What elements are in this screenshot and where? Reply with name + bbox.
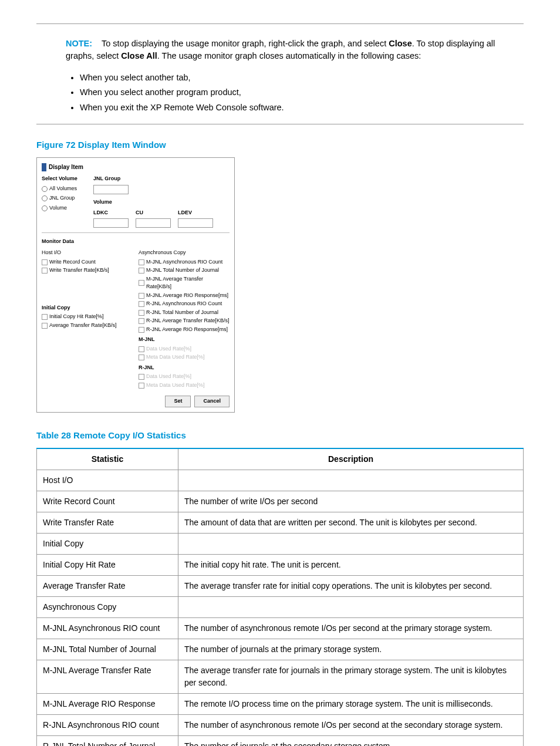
mjnl-dur-text: Data Used Rate[%]: [146, 345, 191, 353]
a7-text: R-JNL Average Transfer Rate[KB/s]: [146, 317, 230, 325]
stat-cell: R-JNL Total Number of Journal: [37, 736, 178, 746]
note-intro-a: To stop displaying the usage monitor gra…: [102, 39, 389, 48]
async-copy-label: Asynchronous Copy: [139, 249, 230, 257]
table-row: M-JNL Asynchronous RIO countThe number o…: [37, 618, 524, 639]
table-row: Host I/O: [37, 470, 524, 491]
wrc-text: Write Record Count: [49, 258, 96, 266]
rjnl-avg-transfer-check[interactable]: R-JNL Average Transfer Rate[KB/s]: [139, 317, 230, 325]
rjnl-async-rio-check[interactable]: R-JNL Asynchronous RIO Count: [139, 300, 230, 308]
note-item: When you select another program product,: [80, 86, 524, 99]
closeall-word: Close All: [121, 51, 157, 60]
avg-transfer-rate-check[interactable]: Average Transfer Rate[KB/s]: [42, 322, 133, 330]
atr-text: Average Transfer Rate[KB/s]: [49, 322, 116, 330]
rjnl-avg-rio-resp-check[interactable]: R-JNL Average RIO Response[ms]: [139, 326, 230, 334]
a1-text: M-JNL Asynchronous RIO Count: [146, 258, 222, 266]
rjnl-total-journal-check[interactable]: R-JNL Total Number of Journal: [139, 309, 230, 317]
col-description: Description: [178, 448, 524, 470]
all-volumes-radio[interactable]: All Volumes: [42, 185, 89, 193]
desc-cell: The number of journals at the primary st…: [178, 639, 524, 660]
a4-text: M-JNL Average RIO Response[ms]: [146, 292, 228, 300]
rjnl-data-used-check: Data Used Rate[%]: [139, 373, 230, 381]
stat-cell: M-JNL Average Transfer Rate: [37, 660, 178, 694]
table-row: Write Record CountThe number of write I/…: [37, 491, 524, 512]
jnl-group-radio[interactable]: JNL Group: [42, 194, 89, 202]
mjnl-label: M-JNL: [139, 336, 230, 344]
table-row: Asynchronous Copy: [37, 597, 524, 618]
a2-text: M-JNL Total Number of Journal: [146, 266, 219, 275]
desc-cell: The amount of data that are written per …: [178, 512, 524, 534]
table-row: M-JNL Total Number of JournalThe number …: [37, 639, 524, 660]
stat-cell: M-JNL Average RIO Response: [37, 694, 178, 715]
desc-cell: The number of asynchronous remote I/Os p…: [178, 618, 524, 639]
mjnl-meta-used-check: Meta Data Used Rate[%]: [139, 353, 230, 362]
set-button[interactable]: Set: [165, 396, 191, 407]
a8-text: R-JNL Average RIO Response[ms]: [146, 326, 228, 334]
stat-cell: Initial Copy: [37, 534, 178, 555]
stats-table: Statistic Description Host I/OWrite Reco…: [36, 448, 524, 746]
cu-input[interactable]: [136, 218, 171, 228]
volume-text: Volume: [49, 204, 67, 212]
mjnl-avg-rio-resp-check[interactable]: M-JNL Average RIO Response[ms]: [139, 292, 230, 300]
col-statistic: Statistic: [37, 448, 178, 470]
desc-cell: The number of journals at the secondary …: [178, 736, 524, 746]
ldev-input[interactable]: [178, 218, 213, 228]
table-row: Initial Copy Hit RateThe initial copy hi…: [37, 555, 524, 576]
stat-cell: Host I/O: [37, 470, 178, 491]
cu-label: CU: [136, 209, 171, 217]
rjnl-label: R-JNL: [139, 364, 230, 372]
desc-cell: [178, 534, 524, 555]
display-item-dialog: Display Item Select Volume All Volumes J…: [36, 157, 235, 413]
host-io-label: Host I/O: [42, 249, 133, 257]
a3-text: M-JNL Average Transfer Rate[KB/s]: [146, 275, 230, 291]
note-block: NOTE: To stop displaying the usage monit…: [36, 23, 524, 124]
note-label: NOTE:: [66, 39, 92, 48]
dialog-titlebar: Display Item: [42, 163, 230, 175]
stat-cell: Write Transfer Rate: [37, 512, 178, 534]
table-row: M-JNL Average RIO ResponseThe remote I/O…: [37, 694, 524, 715]
mjnl-mdur-text: Meta Data Used Rate[%]: [146, 353, 205, 362]
note-item: When you exit the XP Remote Web Console …: [80, 102, 524, 114]
mjnl-avg-transfer-check[interactable]: M-JNL Average Transfer Rate[KB/s]: [139, 275, 230, 291]
initial-copy-hit-rate-check[interactable]: Initial Copy Hit Rate[%]: [42, 313, 133, 321]
desc-cell: The average transfer rate for journals i…: [178, 660, 524, 694]
stat-cell: R-JNL Asynchronous RIO count: [37, 715, 178, 736]
table-row: R-JNL Total Number of JournalThe number …: [37, 736, 524, 746]
table-row: Write Transfer RateThe amount of data th…: [37, 512, 524, 534]
table-row: Average Transfer RateThe average transfe…: [37, 576, 524, 597]
desc-cell: The number of write I/Os per second: [178, 491, 524, 512]
jnl-group-text: JNL Group: [49, 194, 75, 202]
volume-radio[interactable]: Volume: [42, 204, 89, 212]
stat-cell: Asynchronous Copy: [37, 597, 178, 618]
ldkc-input[interactable]: [93, 218, 129, 228]
a5-text: R-JNL Asynchronous RIO Count: [146, 300, 222, 308]
ichr-text: Initial Copy Hit Rate[%]: [49, 313, 104, 321]
table-row: Initial Copy: [37, 534, 524, 555]
cancel-button[interactable]: Cancel: [194, 396, 230, 407]
desc-cell: The initial copy hit rate. The unit is p…: [178, 555, 524, 576]
stat-cell: M-JNL Total Number of Journal: [37, 639, 178, 660]
figure-title: Figure 72 Display Item Window: [36, 139, 524, 152]
monitor-data-label: Monitor Data: [42, 238, 230, 246]
stat-cell: Average Transfer Rate: [37, 576, 178, 597]
jnl-group-input[interactable]: [93, 185, 129, 194]
write-record-count-check[interactable]: Write Record Count: [42, 258, 133, 266]
desc-cell: The number of asynchronous remote I/Os p…: [178, 715, 524, 736]
jnl-group-field-label: JNL Group: [93, 175, 213, 183]
a6-text: R-JNL Total Number of Journal: [146, 309, 218, 317]
desc-cell: [178, 597, 524, 618]
rjnl-mdur-text: Meta Data Used Rate[%]: [146, 382, 205, 390]
table-title: Table 28 Remote Copy I/O Statistics: [36, 429, 524, 443]
ldkc-label: LDKC: [93, 209, 129, 217]
close-word: Close: [389, 39, 412, 48]
note-text: NOTE: To stop displaying the usage monit…: [66, 38, 524, 63]
mjnl-data-used-check: Data Used Rate[%]: [139, 345, 230, 353]
select-volume-label: Select Volume: [42, 175, 89, 183]
desc-cell: [178, 470, 524, 491]
mjnl-total-journal-check[interactable]: M-JNL Total Number of Journal: [139, 266, 230, 275]
stat-cell: M-JNL Asynchronous RIO count: [37, 618, 178, 639]
write-transfer-rate-check[interactable]: Write Transfer Rate[KB/s]: [42, 266, 133, 275]
stat-cell: Initial Copy Hit Rate: [37, 555, 178, 576]
titlebar-icon: [42, 163, 46, 171]
note-intro-c: . The usage monitor graph closes automat…: [157, 51, 421, 60]
mjnl-async-rio-check[interactable]: M-JNL Asynchronous RIO Count: [139, 258, 230, 266]
